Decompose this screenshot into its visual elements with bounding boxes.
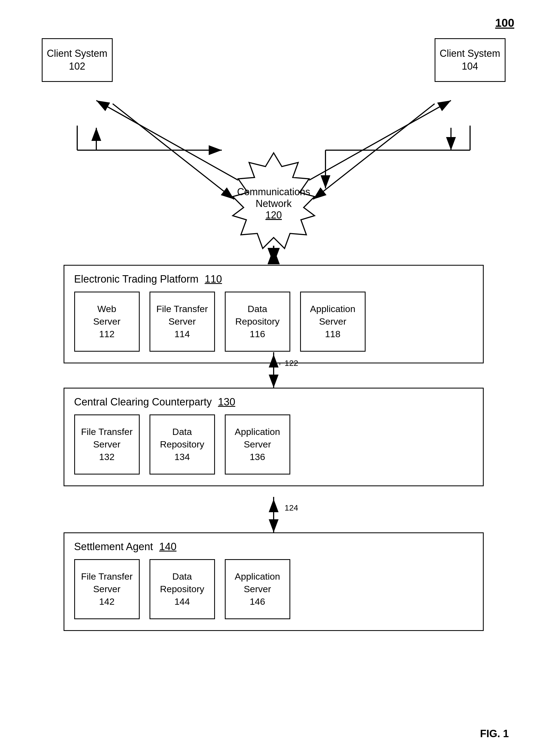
client-system-left-number: 102 [69, 60, 85, 73]
settlement-agent: Settlement Agent 140 File Transfer Serve… [64, 532, 484, 631]
sa-server-2: Application Server 146 [225, 559, 290, 619]
electronic-trading-platform: Electronic Trading Platform 110 Web Serv… [64, 265, 484, 363]
ccc-title: Central Clearing Counterparty 130 [74, 396, 473, 408]
svg-text:124: 124 [284, 503, 298, 512]
sa-title: Settlement Agent 140 [74, 541, 473, 553]
client-system-right-number: 104 [462, 60, 478, 73]
client-system-right: Client System 104 [435, 38, 506, 82]
fig-number: 100 [495, 16, 514, 29]
svg-line-17 [96, 100, 238, 180]
etp-server-3: Application Server 118 [300, 292, 365, 352]
client-system-left: Client System 102 [42, 38, 113, 82]
central-clearing-counterparty: Central Clearing Counterparty 130 File T… [64, 388, 484, 486]
ccc-server-2: Application Server 136 [225, 414, 290, 475]
svg-line-16 [113, 104, 234, 199]
sa-servers: File Transfer Server 142 Data Repository… [74, 559, 473, 619]
etp-servers: Web Server 112 File Transfer Server 114 … [74, 292, 473, 352]
svg-text:120: 120 [265, 209, 281, 221]
etp-server-1: File Transfer Server 114 [150, 292, 215, 352]
ccc-servers: File Transfer Server 132 Data Repository… [74, 414, 473, 475]
client-system-right-label: Client System [439, 47, 500, 60]
ccc-server-1: Data Repository 134 [150, 414, 215, 475]
svg-line-18 [313, 104, 435, 199]
ccc-server-0: File Transfer Server 132 [74, 414, 140, 475]
client-systems-row: Client System 102 Client System 104 [42, 38, 506, 82]
client-system-left-label: Client System [47, 47, 107, 60]
svg-text:Communications: Communications [237, 186, 310, 197]
sa-server-1: Data Repository 144 [150, 559, 215, 619]
etp-title: Electronic Trading Platform 110 [74, 273, 473, 285]
fig-caption: FIG. 1 [480, 728, 509, 740]
sa-server-0: File Transfer Server 142 [74, 559, 140, 619]
svg-line-19 [309, 100, 451, 180]
svg-text:Network: Network [256, 198, 291, 209]
etp-server-2: Data Repository 116 [225, 292, 290, 352]
etp-server-0: Web Server 112 [74, 292, 140, 352]
